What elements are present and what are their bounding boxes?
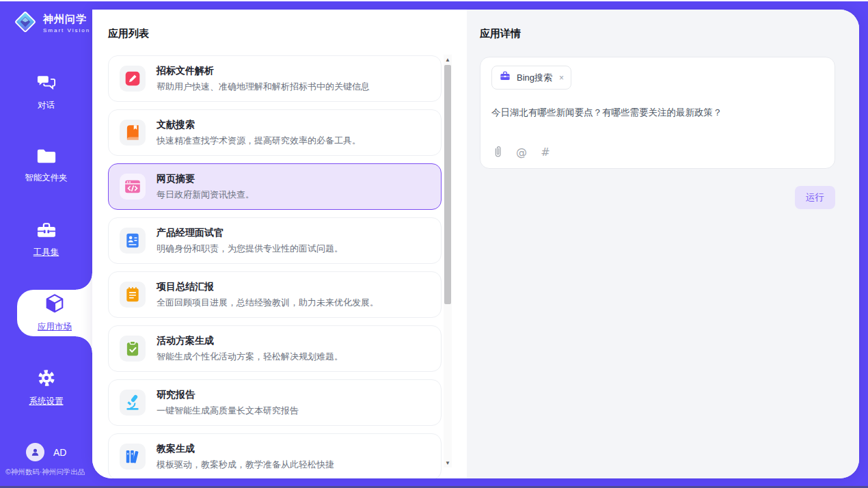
run-button[interactable]: 运行 xyxy=(795,186,835,209)
prompt-toolbar: @# xyxy=(491,145,824,159)
paperclip-icon[interactable] xyxy=(491,145,504,159)
at-icon[interactable]: @ xyxy=(515,145,528,159)
tool-tag-label: Bing搜索 xyxy=(517,72,552,84)
gear-icon xyxy=(36,368,57,391)
app-card[interactable]: 活动方案生成 智能生成个性化活动方案，轻松解决规划难题。 xyxy=(108,325,442,372)
brand-text: 神州问学 Smart Vision xyxy=(43,13,90,33)
app-list-title: 应用列表 xyxy=(108,27,467,40)
app-card-description: 明确身份和职责，为您提供专业性的面试问题。 xyxy=(157,243,343,255)
sidebar-item-system-settings[interactable]: 系统设置 xyxy=(0,368,92,407)
app-card-title: 网页摘要 xyxy=(157,173,254,185)
book-icon xyxy=(120,120,146,146)
app-list: 招标文件解析 帮助用户快速、准确地理解和解析招标书中的关键信息 文献搜索 快速精… xyxy=(108,55,442,478)
app-card-description: 每日政府新闻资讯快查。 xyxy=(157,189,254,201)
app-card-description: 快速精准查找学术资源，提高研究效率的必备工具。 xyxy=(157,135,361,147)
sidebar-item-smart-folders[interactable]: 智能文件夹 xyxy=(0,148,92,184)
app-card[interactable]: 产品经理面试官 明确身份和职责，为您提供专业性的面试问题。 xyxy=(108,217,442,264)
app-detail-panel: 应用详情 Bing搜索 × 今日湖北有哪些新闻要点？有哪些需要关注的最新政 xyxy=(467,10,859,478)
window-top-edge xyxy=(0,0,868,1)
app-card[interactable]: 项目总结汇报 全面回顾项目进展，总结经验教训，助力未来优化发展。 xyxy=(108,271,442,318)
app-card-description: 一键智能生成高质量长文本研究报告 xyxy=(157,405,299,417)
sidebar-item-label: 工具集 xyxy=(33,247,59,258)
app-card-title: 产品经理面试官 xyxy=(157,227,343,239)
notepad-icon xyxy=(120,282,146,308)
app-card-description: 模板驱动，教案秒成，教学准备从此轻松快捷 xyxy=(157,459,334,471)
query-text[interactable]: 今日湖北有哪些新闻要点？有哪些需要关注的最新政策？ xyxy=(491,107,824,119)
app-card-title: 教案生成 xyxy=(157,443,334,455)
tool-tag-close-icon[interactable]: × xyxy=(559,73,564,83)
doc-edit-icon xyxy=(120,66,146,92)
app-card[interactable]: 研究报告 一键智能生成高质量长文本研究报告 xyxy=(108,379,442,426)
app-card[interactable]: 网页摘要 每日政府新闻资讯快查。 xyxy=(108,163,442,210)
brand-name: 神州问学 xyxy=(43,13,90,26)
clipboard-check-icon xyxy=(120,336,146,362)
app-card-title: 文献搜索 xyxy=(157,119,361,131)
app-card-title: 项目总结汇报 xyxy=(157,281,379,293)
sidebar-item-label: 系统设置 xyxy=(29,396,64,407)
browser-code-icon xyxy=(120,174,146,200)
briefcase-icon xyxy=(499,70,511,85)
app-card[interactable]: 教案生成 模板驱动，教案秒成，教学准备从此轻松快捷 xyxy=(108,433,442,478)
run-row: 运行 xyxy=(480,186,835,209)
user-avatar-icon xyxy=(26,443,44,461)
app-card-description: 智能生成个性化活动方案，轻松解决规划难题。 xyxy=(157,351,343,363)
microscope-icon xyxy=(120,390,146,416)
chat-icon xyxy=(36,74,57,95)
app-card-title: 研究报告 xyxy=(157,389,299,401)
sidebar-item-toolset[interactable]: 工具集 xyxy=(0,221,92,258)
sidebar-item-label: 应用市场 xyxy=(38,321,72,333)
brand-subtitle: Smart Vision xyxy=(43,27,90,33)
app-list-scrollbar[interactable]: ▲ ▼ xyxy=(444,55,452,467)
prompt-card: Bing搜索 × 今日湖北有哪些新闻要点？有哪些需要关注的最新政策？ @# xyxy=(480,57,835,169)
app-card-description: 全面回顾项目进展，总结经验教训，助力未来优化发展。 xyxy=(157,297,379,309)
app-window: 神州问学 Smart Vision 对话 智能文件夹 工具集 应用市场 系统设置… xyxy=(0,0,868,488)
app-card-title: 活动方案生成 xyxy=(157,335,343,347)
resume-icon xyxy=(120,228,146,254)
app-card[interactable]: 文献搜索 快速精准查找学术资源，提高研究效率的必备工具。 xyxy=(108,109,442,156)
cube-icon xyxy=(44,293,65,318)
user-profile[interactable]: AD xyxy=(26,443,66,461)
app-card[interactable]: 招标文件解析 帮助用户快速、准确地理解和解析招标书中的关键信息 xyxy=(108,55,442,102)
books-icon xyxy=(120,444,146,470)
user-name: AD xyxy=(53,447,66,458)
tool-tag-bing-search[interactable]: Bing搜索 × xyxy=(491,66,571,90)
main-content: 应用列表 招标文件解析 帮助用户快速、准确地理解和解析招标书中的关键信息 文献搜… xyxy=(92,10,859,478)
hash-icon[interactable]: # xyxy=(539,145,552,159)
app-list-panel: 应用列表 招标文件解析 帮助用户快速、准确地理解和解析招标书中的关键信息 文献搜… xyxy=(92,10,467,478)
sidebar-item-chat[interactable]: 对话 xyxy=(0,74,92,111)
app-detail-title: 应用详情 xyxy=(480,27,835,40)
sidebar-item-app-market[interactable]: 应用市场 xyxy=(17,290,92,336)
sidebar-item-label: 智能文件夹 xyxy=(25,172,68,184)
brand-diamond-icon xyxy=(12,8,38,38)
app-card-title: 招标文件解析 xyxy=(157,65,370,77)
sidebar-item-label: 对话 xyxy=(38,100,55,111)
folder-icon xyxy=(36,148,57,167)
sidebar: 神州问学 Smart Vision 对话 智能文件夹 工具集 应用市场 系统设置… xyxy=(0,0,92,488)
toolbox-icon xyxy=(36,221,57,242)
scrollbar-down-arrow-icon[interactable]: ▼ xyxy=(444,458,452,467)
app-card-description: 帮助用户快速、准确地理解和解析招标书中的关键信息 xyxy=(157,81,370,93)
copyright-footer: ©神州数码·神州问学出品 xyxy=(5,467,85,477)
brand-logo: 神州问学 Smart Vision xyxy=(12,8,90,38)
scrollbar-up-arrow-icon[interactable]: ▲ xyxy=(444,55,452,64)
scrollbar-thumb[interactable] xyxy=(444,65,451,304)
